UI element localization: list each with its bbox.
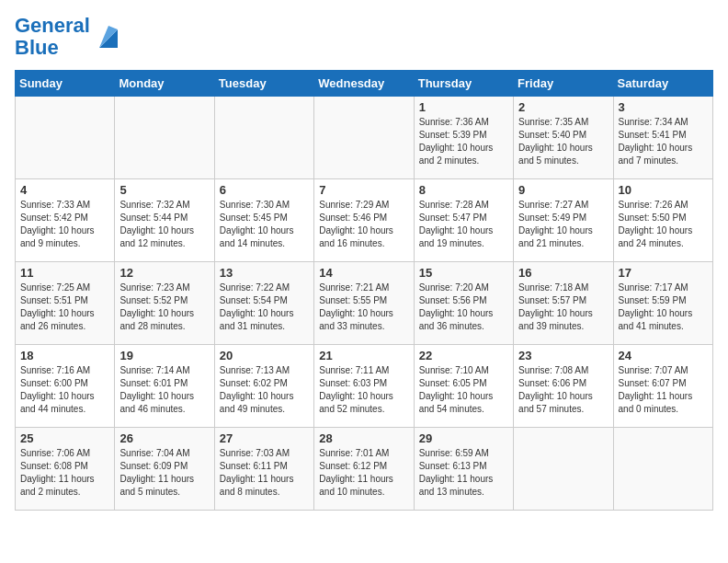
day-number: 22 — [419, 349, 508, 362]
day-info: Sunrise: 7:21 AM Sunset: 5:55 PM Dayligh… — [319, 282, 408, 333]
day-number: 4 — [20, 183, 109, 197]
day-info: Sunrise: 6:59 AM Sunset: 6:13 PM Dayligh… — [419, 447, 508, 499]
day-number: 12 — [119, 266, 209, 280]
day-cell: 1Sunrise: 7:36 AM Sunset: 5:39 PM Daylig… — [414, 97, 513, 179]
day-number: 27 — [220, 431, 309, 445]
day-cell: 8Sunrise: 7:28 AM Sunset: 5:47 PM Daylig… — [414, 179, 513, 262]
day-number: 5 — [119, 183, 209, 197]
header-cell-thursday: Thursday — [414, 71, 513, 97]
day-cell: 9Sunrise: 7:27 AM Sunset: 5:49 PM Daylig… — [514, 179, 613, 262]
day-info: Sunrise: 7:14 AM Sunset: 6:01 PM Dayligh… — [119, 364, 209, 416]
day-number: 26 — [119, 431, 209, 445]
day-cell: 27Sunrise: 7:03 AM Sunset: 6:11 PM Dayli… — [214, 428, 313, 511]
day-info: Sunrise: 7:27 AM Sunset: 5:49 PM Dayligh… — [518, 199, 608, 250]
week-row-1: 1Sunrise: 7:36 AM Sunset: 5:39 PM Daylig… — [16, 97, 713, 179]
week-row-5: 25Sunrise: 7:06 AM Sunset: 6:08 PM Dayli… — [16, 428, 713, 511]
day-number: 7 — [319, 183, 408, 197]
day-number: 1 — [419, 100, 508, 114]
day-info: Sunrise: 7:18 AM Sunset: 5:57 PM Dayligh… — [518, 282, 608, 333]
day-cell — [314, 97, 414, 179]
day-number: 19 — [119, 349, 209, 362]
day-info: Sunrise: 7:16 AM Sunset: 6:00 PM Dayligh… — [20, 364, 109, 416]
day-number: 23 — [518, 349, 608, 362]
day-cell: 17Sunrise: 7:17 AM Sunset: 5:59 PM Dayli… — [613, 262, 712, 345]
day-cell: 25Sunrise: 7:06 AM Sunset: 6:08 PM Dayli… — [16, 428, 115, 511]
day-number: 25 — [20, 431, 109, 445]
day-info: Sunrise: 7:17 AM Sunset: 5:59 PM Dayligh… — [619, 282, 708, 333]
calendar-header: SundayMondayTuesdayWednesdayThursdayFrid… — [16, 71, 713, 97]
day-cell: 5Sunrise: 7:32 AM Sunset: 5:44 PM Daylig… — [115, 179, 214, 262]
logo: General Blue — [15, 15, 123, 59]
page-header: General Blue — [15, 15, 713, 59]
day-cell: 26Sunrise: 7:04 AM Sunset: 6:09 PM Dayli… — [115, 428, 214, 511]
day-cell: 3Sunrise: 7:34 AM Sunset: 5:41 PM Daylig… — [613, 97, 712, 179]
day-info: Sunrise: 7:20 AM Sunset: 5:56 PM Dayligh… — [419, 282, 508, 333]
calendar-table: SundayMondayTuesdayWednesdayThursdayFrid… — [15, 70, 713, 511]
header-cell-saturday: Saturday — [613, 71, 712, 97]
day-cell: 22Sunrise: 7:10 AM Sunset: 6:05 PM Dayli… — [414, 345, 513, 428]
day-info: Sunrise: 7:23 AM Sunset: 5:52 PM Dayligh… — [119, 282, 209, 333]
day-cell: 7Sunrise: 7:29 AM Sunset: 5:46 PM Daylig… — [314, 179, 414, 262]
day-info: Sunrise: 7:08 AM Sunset: 6:06 PM Dayligh… — [518, 364, 608, 416]
day-cell: 6Sunrise: 7:30 AM Sunset: 5:45 PM Daylig… — [214, 179, 313, 262]
day-cell — [514, 428, 613, 511]
day-info: Sunrise: 7:13 AM Sunset: 6:02 PM Dayligh… — [220, 364, 309, 416]
day-cell: 19Sunrise: 7:14 AM Sunset: 6:01 PM Dayli… — [115, 345, 214, 428]
day-cell: 13Sunrise: 7:22 AM Sunset: 5:54 PM Dayli… — [214, 262, 313, 345]
day-cell — [115, 97, 214, 179]
logo-text: General Blue — [15, 15, 90, 59]
day-cell — [613, 428, 712, 511]
day-number: 13 — [220, 266, 309, 280]
day-cell: 21Sunrise: 7:11 AM Sunset: 6:03 PM Dayli… — [314, 345, 414, 428]
header-cell-tuesday: Tuesday — [214, 71, 313, 97]
day-info: Sunrise: 7:29 AM Sunset: 5:46 PM Dayligh… — [319, 199, 408, 250]
day-info: Sunrise: 7:11 AM Sunset: 6:03 PM Dayligh… — [319, 364, 408, 416]
week-row-4: 18Sunrise: 7:16 AM Sunset: 6:00 PM Dayli… — [16, 345, 713, 428]
day-number: 11 — [20, 266, 109, 280]
logo-blue: Blue — [15, 36, 59, 59]
day-number: 24 — [619, 349, 708, 362]
day-info: Sunrise: 7:07 AM Sunset: 6:07 PM Dayligh… — [619, 364, 708, 416]
day-number: 9 — [518, 183, 608, 197]
day-info: Sunrise: 7:22 AM Sunset: 5:54 PM Dayligh… — [220, 282, 309, 333]
day-info: Sunrise: 7:30 AM Sunset: 5:45 PM Dayligh… — [220, 199, 309, 250]
day-cell: 2Sunrise: 7:35 AM Sunset: 5:40 PM Daylig… — [514, 97, 613, 179]
day-cell: 28Sunrise: 7:01 AM Sunset: 6:12 PM Dayli… — [314, 428, 414, 511]
day-info: Sunrise: 7:34 AM Sunset: 5:41 PM Dayligh… — [619, 116, 708, 167]
day-cell: 15Sunrise: 7:20 AM Sunset: 5:56 PM Dayli… — [414, 262, 513, 345]
day-info: Sunrise: 7:28 AM Sunset: 5:47 PM Dayligh… — [419, 199, 508, 250]
day-cell: 23Sunrise: 7:08 AM Sunset: 6:06 PM Dayli… — [514, 345, 613, 428]
day-number: 15 — [419, 266, 508, 280]
day-cell: 12Sunrise: 7:23 AM Sunset: 5:52 PM Dayli… — [115, 262, 214, 345]
day-cell — [214, 97, 313, 179]
day-info: Sunrise: 7:25 AM Sunset: 5:51 PM Dayligh… — [20, 282, 109, 333]
day-number: 18 — [20, 349, 109, 362]
day-number: 28 — [319, 431, 408, 445]
header-cell-wednesday: Wednesday — [314, 71, 414, 97]
day-cell: 24Sunrise: 7:07 AM Sunset: 6:07 PM Dayli… — [613, 345, 712, 428]
logo-general: General — [15, 14, 90, 37]
header-row: SundayMondayTuesdayWednesdayThursdayFrid… — [16, 71, 713, 97]
day-number: 21 — [319, 349, 408, 362]
day-number: 2 — [518, 100, 608, 114]
day-number: 10 — [619, 183, 708, 197]
header-cell-sunday: Sunday — [16, 71, 115, 97]
day-cell: 11Sunrise: 7:25 AM Sunset: 5:51 PM Dayli… — [16, 262, 115, 345]
day-info: Sunrise: 7:06 AM Sunset: 6:08 PM Dayligh… — [20, 447, 109, 499]
day-cell — [16, 97, 115, 179]
day-cell: 16Sunrise: 7:18 AM Sunset: 5:57 PM Dayli… — [514, 262, 613, 345]
day-number: 14 — [319, 266, 408, 280]
day-info: Sunrise: 7:32 AM Sunset: 5:44 PM Dayligh… — [119, 199, 209, 250]
logo-icon — [94, 22, 123, 52]
header-cell-friday: Friday — [514, 71, 613, 97]
day-cell: 4Sunrise: 7:33 AM Sunset: 5:42 PM Daylig… — [16, 179, 115, 262]
day-info: Sunrise: 7:10 AM Sunset: 6:05 PM Dayligh… — [419, 364, 508, 416]
header-cell-monday: Monday — [115, 71, 214, 97]
day-cell: 14Sunrise: 7:21 AM Sunset: 5:55 PM Dayli… — [314, 262, 414, 345]
day-cell: 18Sunrise: 7:16 AM Sunset: 6:00 PM Dayli… — [16, 345, 115, 428]
day-info: Sunrise: 7:04 AM Sunset: 6:09 PM Dayligh… — [119, 447, 209, 499]
day-info: Sunrise: 7:33 AM Sunset: 5:42 PM Dayligh… — [20, 199, 109, 250]
day-number: 6 — [220, 183, 309, 197]
day-cell: 20Sunrise: 7:13 AM Sunset: 6:02 PM Dayli… — [214, 345, 313, 428]
calendar-body: 1Sunrise: 7:36 AM Sunset: 5:39 PM Daylig… — [16, 97, 713, 511]
